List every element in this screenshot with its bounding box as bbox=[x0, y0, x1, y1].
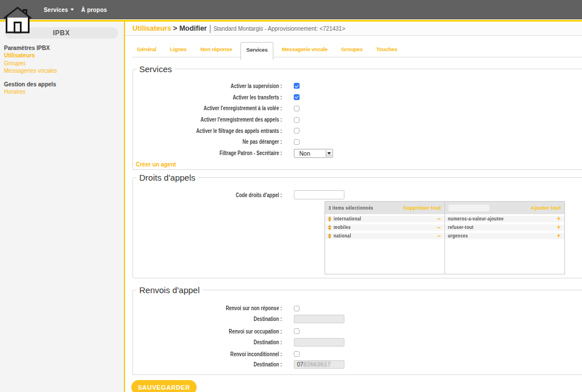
row-enregistrement-volee: Activer l'enregistrement à la volée : bbox=[133, 103, 582, 114]
available-search-input[interactable] bbox=[448, 205, 489, 211]
breadcrumb-context: Standard Montargis - Approvisionnement: … bbox=[213, 26, 345, 32]
reorder-icon[interactable] bbox=[328, 233, 331, 239]
breadcrumb: Utilisateurs > Modifier | Standard Monta… bbox=[125, 22, 582, 36]
menu-apropos[interactable]: À propos bbox=[81, 7, 107, 13]
sidebar-nav: Paramètres IPBX Utilisateurs Groupes Mes… bbox=[4, 44, 119, 95]
transferts-checkbox[interactable] bbox=[294, 94, 300, 100]
row-transferts: Activer les transferts : bbox=[133, 91, 582, 103]
redacted-digits: 82663617 bbox=[304, 361, 331, 368]
renvoi-inconditionnel-checkbox[interactable] bbox=[294, 351, 300, 357]
ne-pas-deranger-checkbox[interactable] bbox=[294, 139, 300, 145]
menu-services[interactable]: Services bbox=[44, 7, 74, 13]
row-renvoi-occupation: Renvoi sur occupation : bbox=[133, 328, 582, 334]
select-dropdown-button[interactable] bbox=[326, 150, 332, 157]
row-ne-pas-deranger: Ne pas déranger : bbox=[133, 136, 582, 148]
enregistrement-volee-checkbox[interactable] bbox=[294, 106, 300, 111]
add-item-icon[interactable]: + bbox=[557, 216, 561, 222]
available-item-numeros[interactable]: numeros-a-valeur-ajoutee + bbox=[445, 216, 564, 222]
tab-general[interactable]: Général bbox=[132, 42, 161, 57]
enregistrement-appels-checkbox[interactable] bbox=[294, 117, 300, 123]
accent-line bbox=[0, 20, 582, 22]
selected-count-label: 3 items sélectionnés bbox=[329, 205, 373, 211]
selected-item-international[interactable]: international – bbox=[325, 216, 444, 222]
selected-item-mobiles[interactable]: mobiles – bbox=[325, 224, 444, 231]
droits-dual-list: 3 items sélectionnés Supprimer tout inte… bbox=[325, 201, 565, 274]
destination-non-reponse-input[interactable] bbox=[294, 315, 344, 323]
available-item-urgences[interactable]: urgences + bbox=[445, 233, 564, 239]
menu-apropos-label: À propos bbox=[81, 7, 107, 13]
creer-agent-link[interactable]: Créer un agent bbox=[136, 161, 176, 168]
row-destination-1: Destination : bbox=[133, 315, 582, 323]
available-item-refuser-tout[interactable]: refuser-tout + bbox=[445, 224, 564, 231]
services-section-title: Services bbox=[136, 64, 175, 74]
tab-touches[interactable]: Touches bbox=[371, 42, 402, 57]
row-enregistrement-appels: Activer l'enregistrement des appels : bbox=[133, 114, 582, 126]
app-frame: IPBX Paramètres IPBX Utilisateurs Groupe… bbox=[0, 22, 582, 392]
selected-item-national[interactable]: national – bbox=[325, 233, 444, 239]
sidebar-section-gestion-appels: Gestion des appels bbox=[4, 81, 119, 88]
row-renvoi-inconditionnel: Renvoi inconditionnel : bbox=[133, 351, 582, 357]
tab-non-reponse[interactable]: Non réponse bbox=[195, 42, 237, 57]
main-content: Utilisateurs > Modifier | Standard Monta… bbox=[125, 22, 582, 392]
select-caret-icon bbox=[327, 152, 331, 155]
tab-services[interactable]: Services bbox=[240, 42, 273, 60]
available-panel: Ajouter tout numeros-a-valeur-ajoutee + … bbox=[445, 202, 564, 274]
selected-panel-header: 3 items sélectionnés Supprimer tout bbox=[325, 202, 444, 214]
row-filtrage-entrants: Activer le filtrage des appels entrants … bbox=[133, 125, 582, 136]
destination-inconditionnel-input[interactable]: 0782663617 bbox=[294, 360, 344, 369]
add-all-link[interactable]: Ajouter tout bbox=[531, 205, 561, 211]
breadcrumb-separator: > bbox=[173, 24, 177, 32]
reorder-icon[interactable] bbox=[328, 225, 331, 230]
breadcrumb-page-title: Modifier bbox=[179, 24, 207, 32]
tab-groupes[interactable]: Groupes bbox=[336, 42, 368, 57]
services-section: Services Activer la supervision : Active… bbox=[132, 69, 582, 170]
home-icon[interactable] bbox=[4, 7, 31, 34]
droits-section-title: Droits d'appels bbox=[136, 173, 198, 183]
sidebar: IPBX Paramètres IPBX Utilisateurs Groupe… bbox=[0, 22, 125, 392]
topbar: Services À propos bbox=[0, 0, 582, 19]
sidebar-item-messageries-vocales[interactable]: Messageries vocales bbox=[4, 67, 119, 75]
row-destination-3: Destination : 0782663617 bbox=[133, 360, 582, 369]
row-destination-2: Destination : bbox=[133, 338, 582, 347]
sidebar-item-horaires[interactable]: Horaires bbox=[4, 88, 119, 96]
remove-item-icon[interactable]: – bbox=[437, 233, 441, 239]
tab-lignes[interactable]: Lignes bbox=[165, 42, 192, 57]
available-panel-header: Ajouter tout bbox=[445, 202, 564, 214]
renvois-section: Renvois d'appel Renvoi sur non réponse :… bbox=[132, 290, 582, 376]
filtrage-patron-select-value: Non bbox=[300, 150, 310, 157]
reorder-icon[interactable] bbox=[328, 216, 331, 222]
remove-item-icon[interactable]: – bbox=[437, 216, 441, 222]
renvoi-occupation-checkbox[interactable] bbox=[294, 328, 300, 334]
breadcrumb-utilisateurs[interactable]: Utilisateurs bbox=[132, 24, 171, 32]
sidebar-section-parametres: Paramètres IPBX bbox=[4, 44, 119, 52]
tab-messagerie-vocale[interactable]: Messagerie vocale bbox=[277, 42, 333, 57]
remove-item-icon[interactable]: – bbox=[437, 224, 441, 230]
row-code-droits: Code droits d'appel : bbox=[133, 190, 582, 199]
row-renvoi-non-reponse: Renvoi sur non réponse : bbox=[133, 306, 582, 311]
chevron-down-icon bbox=[70, 9, 74, 11]
row-filtrage-patron: Filtrage Patron - Secrétaire : Non bbox=[133, 148, 582, 159]
topbar-menu: Services À propos bbox=[44, 0, 107, 19]
sidebar-item-utilisateurs[interactable]: Utilisateurs bbox=[4, 52, 119, 60]
renvois-section-title: Renvois d'appel bbox=[136, 285, 202, 295]
add-item-icon[interactable]: + bbox=[557, 233, 561, 239]
filtrage-patron-select[interactable]: Non bbox=[294, 149, 333, 158]
add-item-icon[interactable]: + bbox=[557, 224, 561, 230]
renvoi-non-reponse-checkbox[interactable] bbox=[294, 306, 300, 311]
filtrage-entrants-checkbox[interactable] bbox=[294, 128, 300, 134]
droits-section: Droits d'appels Code droits d'appel : 3 … bbox=[132, 177, 582, 278]
destination-occupation-input[interactable] bbox=[294, 338, 344, 347]
tab-bar: GénéralLignesNon réponseServicesMessager… bbox=[132, 42, 582, 60]
menu-services-label: Services bbox=[44, 7, 68, 13]
remove-all-link[interactable]: Supprimer tout bbox=[404, 205, 441, 211]
supervision-checkbox[interactable] bbox=[294, 83, 300, 89]
code-droits-input[interactable] bbox=[294, 190, 344, 199]
row-supervision: Activer la supervision : bbox=[133, 81, 582, 92]
save-button[interactable]: SAUVEGARDER bbox=[131, 380, 197, 392]
sidebar-item-groupes[interactable]: Groupes bbox=[4, 60, 119, 68]
selected-panel: 3 items sélectionnés Supprimer tout inte… bbox=[325, 202, 445, 274]
